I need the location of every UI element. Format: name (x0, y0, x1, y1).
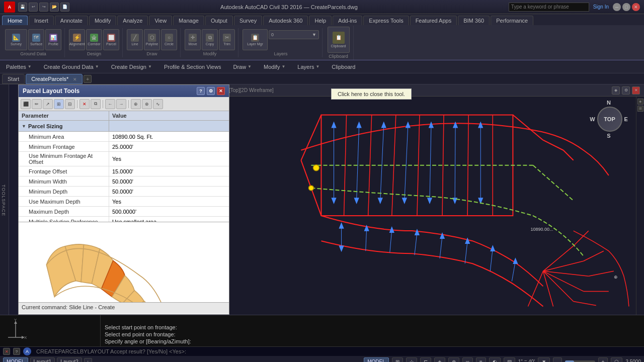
tool-add-float[interactable]: ⊟ (65, 99, 75, 109)
ribbon-btn-corridor[interactable]: 🛣 Corridor (86, 29, 102, 50)
tab-featuredapps[interactable]: Featured Apps (410, 16, 457, 25)
row-use-min-frontage[interactable]: Use Minimum Frontage At Offset Yes (19, 152, 229, 166)
new-tab-button[interactable]: + (84, 75, 92, 83)
tool-undo-step[interactable]: ← (105, 99, 115, 109)
command-input-field[interactable] (34, 347, 641, 356)
tool-curve[interactable]: ∿ (153, 99, 163, 109)
group-draw[interactable]: Draw ▼ (231, 63, 254, 71)
group-modify[interactable]: Modify ▼ (262, 63, 287, 71)
qa-undo[interactable]: ↩ (29, 3, 38, 12)
row-min-area[interactable]: Minimum Area 10890.00 Sq. Ft. (19, 132, 229, 142)
tab-layout1[interactable]: Layout1 (30, 357, 55, 362)
status-osnap[interactable]: ⊕ (448, 357, 459, 362)
tool-add-fixed[interactable]: ⊞ (54, 99, 64, 109)
compass-top-button[interactable]: TOP (597, 107, 622, 132)
row-max-depth[interactable]: Maximum Depth 500.0000' (19, 207, 229, 217)
signin-button[interactable]: Sign In (593, 4, 609, 10)
window-maximize[interactable]: □ (622, 3, 630, 11)
scale-dropdown[interactable]: ▼ (538, 357, 550, 362)
viewport-settings-btn[interactable]: ⚙ (622, 86, 630, 95)
layout-add-btn[interactable]: + (84, 358, 92, 363)
panel-close-button[interactable]: ✕ (217, 87, 225, 95)
full-navigation[interactable]: ⬡ (611, 357, 622, 362)
group-profile-section[interactable]: Profile & Section Views (162, 63, 223, 71)
qa-new[interactable]: 📄 (60, 3, 69, 12)
viewport-close-btn[interactable]: ✕ (632, 86, 640, 95)
cmd-cancel-btn[interactable]: ✕ (3, 348, 10, 355)
row-use-max-depth[interactable]: Use Maximum Depth Yes (19, 197, 229, 207)
status-transparency[interactable]: ◐ (489, 357, 501, 362)
status-snap[interactable]: ⊹ (406, 357, 417, 362)
zoom-out-btn[interactable]: - (553, 357, 561, 362)
status-grid[interactable]: ⊞ (392, 357, 403, 362)
cmd-help-btn[interactable]: ? (13, 348, 20, 355)
status-otrack[interactable]: ∞ (462, 357, 473, 362)
status-selection[interactable]: ▧ (504, 357, 515, 362)
status-lineweight[interactable]: ≡ (476, 357, 486, 362)
tool-delete[interactable]: ✕ (79, 99, 90, 109)
tool-select[interactable]: ⬛ (21, 99, 31, 109)
ribbon-btn-move[interactable]: ✛ Move (185, 29, 201, 50)
ribbon-btn-pline[interactable]: ⬡ Polyline (144, 29, 160, 50)
right-tool-2[interactable]: ⊞ (637, 106, 643, 112)
row-min-depth[interactable]: Minimum Depth 50.0000' (19, 187, 229, 197)
tool-group[interactable]: ⧉ (91, 99, 101, 109)
tab-survey[interactable]: Survey (234, 16, 262, 25)
row-frontage-offset[interactable]: Frontage Offset 15.0000' (19, 166, 229, 176)
tab-start[interactable]: Start (2, 74, 25, 84)
tab-close-icon[interactable]: ✕ (73, 77, 77, 82)
tab-insert[interactable]: Insert (29, 16, 54, 25)
qa-save[interactable]: 💾 (18, 3, 27, 12)
row-min-width[interactable]: Minimum Width 50.0000' (19, 176, 229, 187)
ribbon-btn-2[interactable]: 🗺 Surface (28, 29, 44, 50)
ribbon-btn-copy[interactable]: ⧉ Copy (202, 29, 218, 50)
group-create-design[interactable]: Create Design ▼ (109, 63, 154, 71)
ribbon-btn-align[interactable]: ⚡ Alignment (69, 29, 85, 50)
tab-analyze[interactable]: Analyze (117, 16, 148, 25)
group-create-ground[interactable]: Create Ground Data ▼ (42, 63, 101, 71)
tool-arrow[interactable]: ↗ (43, 99, 53, 109)
tab-home[interactable]: Home (2, 16, 28, 25)
search-input[interactable] (509, 3, 589, 12)
window-minimize[interactable]: ─ (613, 3, 621, 11)
tab-view[interactable]: View (149, 16, 172, 25)
ribbon-btn-trim[interactable]: ✂ Trim (219, 29, 235, 50)
right-tool-1[interactable]: ◈ (637, 99, 643, 105)
tab-model[interactable]: MODEL (3, 357, 28, 362)
status-polar[interactable]: ◈ (434, 357, 445, 362)
group-layers[interactable]: Layers ▼ (295, 63, 321, 71)
tab-manage[interactable]: Manage (173, 16, 204, 25)
ribbon-btn-circle[interactable]: ○ Circle (161, 29, 177, 50)
tab-addins[interactable]: Add-ins (333, 16, 362, 25)
ribbon-btn-layers[interactable]: 📋 Layer Mgr (243, 29, 268, 50)
ribbon-layer-dropdown[interactable]: 0▼ (269, 30, 319, 39)
model-indicator[interactable]: MODEL (364, 357, 389, 362)
tab-bim360[interactable]: BIM 360 (458, 16, 490, 25)
tab-output[interactable]: Output (205, 16, 233, 25)
ribbon-btn-1[interactable]: 📐 Survey (5, 29, 27, 50)
qa-open[interactable]: 📂 (50, 3, 59, 12)
panel-settings-button[interactable]: ⚙ (207, 87, 215, 95)
status-ortho[interactable]: ⊏ (420, 357, 431, 362)
group-palettes[interactable]: Palettes ▼ (4, 63, 34, 71)
ribbon-btn-parcel[interactable]: ⬜ Parcel (103, 29, 119, 50)
close-tool-notice[interactable]: Click here to close this tool. (331, 88, 412, 100)
tool-pick-end[interactable]: ⊗ (142, 99, 152, 109)
tab-expresstools[interactable]: Express Tools (363, 16, 409, 25)
panel-help-button[interactable]: ? (197, 87, 205, 95)
qa-redo[interactable]: ↪ (39, 3, 48, 12)
tab-performance[interactable]: Performance (491, 16, 533, 25)
tab-createparcels[interactable]: CreateParcels* ✕ (26, 74, 83, 84)
section-parcel-sizing[interactable]: ▼ Parcel Sizing (19, 121, 229, 132)
tab-autodesk360[interactable]: Autodesk 360 (263, 16, 308, 25)
tool-redo-step[interactable]: → (116, 99, 126, 109)
ribbon-btn-clipboard[interactable]: 📋 Clipboard (328, 27, 350, 53)
cad-viewport[interactable]: [-][Top][2D Wireframe] ◈ ⚙ ✕ Click here … (220, 84, 644, 315)
row-multiple-solution[interactable]: Multiple Solution Preference Use smalles… (19, 217, 229, 222)
tool-pencil[interactable]: ✏ (32, 99, 42, 109)
ribbon-btn-3[interactable]: 📊 Profile (45, 29, 61, 50)
tab-annotate[interactable]: Annotate (55, 16, 88, 25)
row-min-frontage[interactable]: Minimum Frontage 25.0000' (19, 142, 229, 152)
zoom-slider[interactable] (565, 360, 595, 363)
tool-pick-start[interactable]: ⊕ (131, 99, 141, 109)
